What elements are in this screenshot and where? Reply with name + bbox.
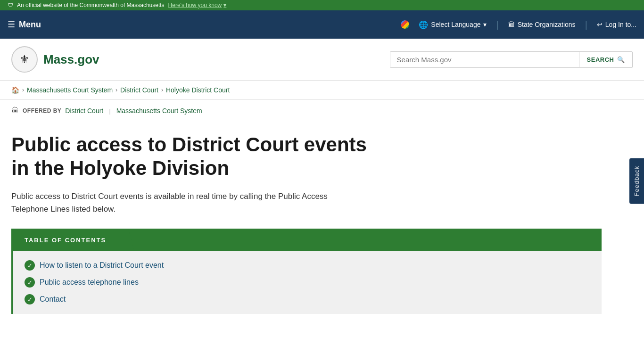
login-button[interactable]: ↩ Log In to...: [597, 21, 636, 28]
home-icon[interactable]: 🏠: [11, 86, 19, 94]
seal-circle: ⚜: [11, 46, 38, 73]
toc-link-1[interactable]: Public access telephone lines: [40, 278, 139, 287]
menu-label: Menu: [19, 20, 41, 30]
globe-icon: 🌐: [419, 20, 428, 29]
toc-item-2: ✓ Contact: [25, 294, 590, 304]
state-organizations-button[interactable]: 🏛 State Organizations: [508, 21, 576, 28]
page-subtitle: Public access to District Court events i…: [11, 190, 341, 215]
login-label: Log In to...: [605, 21, 636, 28]
breadcrumb-item-2[interactable]: Holyoke District Court: [166, 86, 230, 94]
search-button-label: SEARCH: [587, 56, 614, 63]
state-organizations-label: State Organizations: [518, 21, 576, 28]
main-nav: ☰ Menu 🌐 Select Language ▾ | 🏛 State Org…: [0, 10, 644, 39]
breadcrumb: 🏠 › Massachusetts Court System › Distric…: [0, 81, 644, 100]
toc-item-0: ✓ How to listen to a District Court even…: [25, 260, 590, 271]
offered-by-divider: |: [109, 107, 110, 115]
nav-divider: |: [496, 19, 498, 30]
toc-container: TABLE OF CONTENTS ✓ How to listen to a D…: [11, 229, 602, 314]
toc-check-0: ✓: [25, 260, 35, 271]
offered-by-icon: 🏛: [11, 107, 19, 115]
offered-by-bar: 🏛 OFFERED BY District Court | Massachuse…: [0, 100, 644, 122]
language-chevron: ▾: [483, 21, 487, 28]
shield-icon: 🛡: [8, 2, 13, 8]
breadcrumb-item-1[interactable]: District Court: [120, 86, 158, 94]
hamburger-icon: ☰: [8, 19, 15, 30]
page-title: Public access to District Court events i…: [11, 133, 388, 181]
select-language-label: Select Language: [431, 21, 480, 28]
offered-by-link-0[interactable]: District Court: [65, 107, 103, 115]
breadcrumb-item-0[interactable]: Massachusetts Court System: [27, 86, 113, 94]
google-translate-icon: [401, 20, 409, 29]
toc-item-1: ✓ Public access telephone lines: [25, 277, 590, 288]
search-input[interactable]: [390, 52, 579, 67]
menu-toggle[interactable]: ☰ Menu: [8, 19, 41, 30]
offered-by-label: OFFERED BY: [23, 107, 61, 114]
toc-items: ✓ How to listen to a District Court even…: [13, 251, 602, 314]
building-icon: 🏛: [508, 21, 515, 28]
breadcrumb-sep-2: ›: [161, 87, 163, 93]
breadcrumb-sep-1: ›: [116, 87, 117, 93]
feedback-tab[interactable]: Feedback: [629, 158, 644, 204]
official-text: An official website of the Commonwealth …: [17, 2, 165, 8]
select-language-button[interactable]: 🌐 Select Language ▾: [419, 20, 487, 29]
site-logo-text: Mass.gov: [43, 52, 99, 67]
nav-divider-2: |: [585, 19, 587, 30]
login-icon: ↩: [597, 21, 603, 28]
toc-header: TABLE OF CONTENTS: [25, 237, 106, 244]
nav-right-area: 🌐 Select Language ▾ | 🏛 State Organizati…: [401, 19, 636, 30]
search-button[interactable]: SEARCH 🔍: [579, 52, 632, 67]
seal-icon: ⚜: [19, 53, 30, 66]
toc-link-2[interactable]: Contact: [40, 295, 66, 304]
main-content: Public access to District Court events i…: [0, 122, 613, 314]
search-area: SEARCH 🔍: [390, 51, 633, 68]
offered-by-link-1[interactable]: Massachusetts Court System: [116, 107, 202, 115]
toc-link-0[interactable]: How to listen to a District Court event: [40, 261, 164, 270]
search-icon: 🔍: [617, 56, 625, 63]
logo[interactable]: ⚜ Mass.gov: [11, 46, 99, 73]
heres-how-button[interactable]: Here's how you know ▾: [168, 2, 227, 8]
heres-how-label: Here's how you know: [168, 2, 222, 8]
breadcrumb-sep-0: ›: [22, 87, 24, 93]
toc-check-1: ✓: [25, 277, 35, 288]
top-banner: 🛡 An official website of the Commonwealt…: [0, 0, 644, 10]
toc-check-2: ✓: [25, 294, 35, 304]
site-header: ⚜ Mass.gov SEARCH 🔍: [0, 39, 644, 81]
heres-how-chevron: ▾: [223, 2, 226, 8]
